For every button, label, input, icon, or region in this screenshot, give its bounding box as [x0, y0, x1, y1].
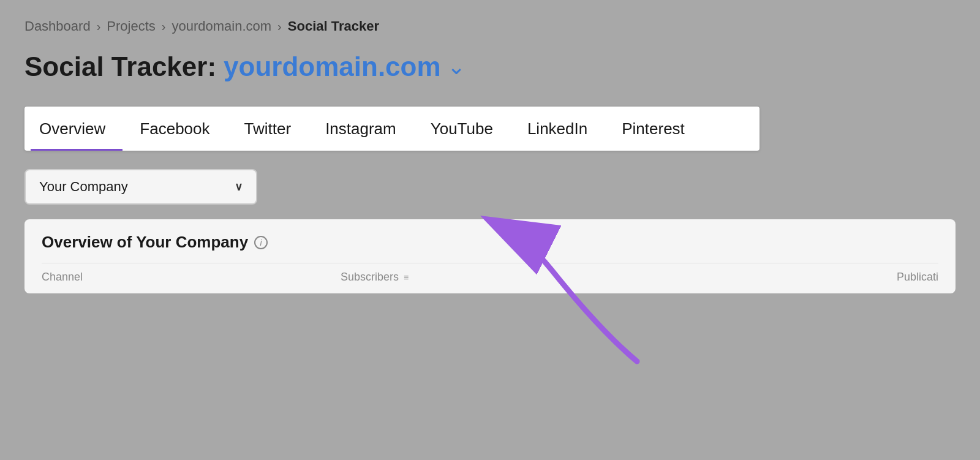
breadcrumb-projects[interactable]: Projects [107, 18, 155, 34]
tab-overview[interactable]: Overview [31, 107, 123, 151]
breadcrumb-social-tracker: Social Tracker [288, 18, 379, 34]
page-title-row: Social Tracker: yourdomain.com ⌄ [24, 51, 956, 82]
tabs-container: Overview Facebook Twitter Instagram YouT… [24, 107, 760, 151]
page-title-static: Social Tracker: [24, 51, 216, 82]
info-icon: i [254, 236, 268, 249]
overview-card: Overview of Your Company i Channel Subsc… [24, 219, 956, 293]
overview-card-title: Overview of Your Company i [42, 233, 938, 252]
tab-twitter[interactable]: Twitter [227, 107, 309, 151]
sort-icon: ≡ [404, 273, 409, 282]
page-wrapper: Dashboard › Projects › yourdomain.com › … [0, 0, 980, 460]
page-title-domain[interactable]: yourdomain.com [224, 51, 441, 82]
tab-facebook[interactable]: Facebook [123, 107, 227, 151]
column-publications: Publicati [639, 271, 938, 284]
tab-youtube[interactable]: YouTube [413, 107, 510, 151]
breadcrumb-dashboard[interactable]: Dashboard [24, 18, 91, 34]
chevron-down-icon[interactable]: ⌄ [447, 54, 466, 80]
breadcrumb-sep-3: › [277, 20, 282, 34]
breadcrumb: Dashboard › Projects › yourdomain.com › … [24, 18, 956, 34]
breadcrumb-sep-1: › [97, 20, 101, 34]
column-channel: Channel [42, 271, 341, 284]
column-subscribers[interactable]: Subscribers ≡ [341, 271, 639, 284]
breadcrumb-domain[interactable]: yourdomain.com [172, 18, 271, 34]
tab-linkedin[interactable]: LinkedIn [510, 107, 605, 151]
tab-instagram[interactable]: Instagram [308, 107, 413, 151]
company-dropdown[interactable]: Your Company ∨ [24, 169, 257, 205]
tab-pinterest[interactable]: Pinterest [605, 107, 702, 151]
breadcrumb-sep-2: › [162, 20, 166, 34]
chevron-down-icon: ∨ [235, 180, 243, 194]
table-header: Channel Subscribers ≡ Publicati [42, 263, 938, 284]
company-dropdown-label: Your Company [39, 179, 128, 195]
